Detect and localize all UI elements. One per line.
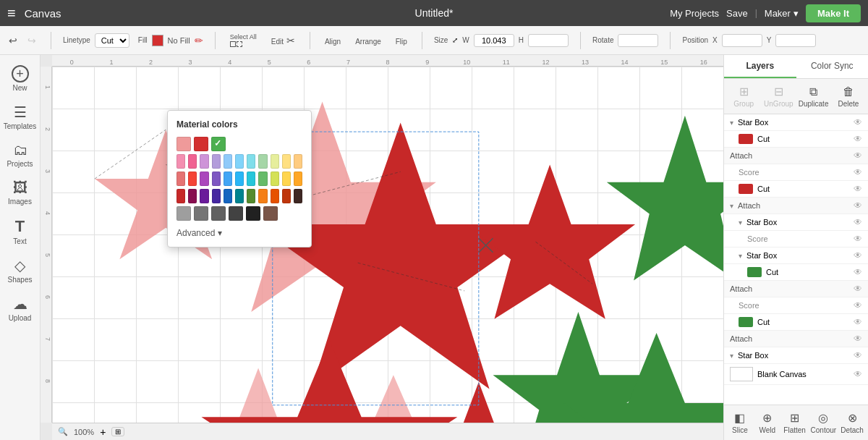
visibility-icon[interactable]: 👁	[854, 117, 862, 127]
visibility-icon[interactable]: 👁	[854, 217, 862, 227]
color-swatch[interactable]	[200, 172, 208, 186]
visibility-icon[interactable]: 👁	[854, 300, 862, 310]
list-item[interactable]: ▾ Attach 👁	[724, 198, 868, 214]
make-it-button[interactable]: Make It	[806, 4, 861, 22]
color-swatch[interactable]	[176, 154, 185, 169]
maker-button[interactable]: Maker ▾	[765, 8, 799, 19]
sidebar-item-upload[interactable]: ☁ Upload	[2, 291, 38, 326]
visibility-icon[interactable]: 👁	[854, 369, 862, 379]
sidebar-item-new[interactable]: + New	[2, 61, 38, 96]
color-swatch[interactable]	[258, 172, 267, 186]
list-item[interactable]: ▾ Star Box 👁	[724, 114, 868, 131]
zoom-in-button[interactable]: +	[100, 426, 106, 438]
color-swatch[interactable]	[271, 189, 279, 203]
color-swatch[interactable]	[247, 154, 255, 169]
fill-color-swatch[interactable]	[152, 35, 163, 46]
color-swatch-selected[interactable]	[211, 137, 226, 151]
visibility-icon[interactable]: 👁	[854, 317, 862, 327]
contour-button[interactable]: ◎ Contour	[809, 408, 838, 437]
color-swatch[interactable]	[247, 172, 255, 186]
list-item[interactable]: Score 👁	[724, 164, 868, 181]
color-swatch[interactable]	[212, 172, 221, 186]
color-swatch[interactable]	[176, 137, 191, 151]
color-swatch[interactable]	[258, 154, 267, 169]
color-swatch[interactable]	[235, 172, 244, 186]
duplicate-button[interactable]: ⧉ Duplicate	[797, 82, 830, 111]
save-button[interactable]: Save	[726, 8, 748, 19]
color-swatch[interactable]	[229, 206, 243, 221]
list-item[interactable]: Cut 👁	[724, 131, 868, 148]
color-swatch[interactable]	[176, 172, 185, 186]
canvas-area[interactable]: 0 1 2 3 4 5 6 7 8 9 10 11 12 13 14 15 16…	[41, 55, 723, 440]
color-swatch[interactable]	[224, 154, 232, 169]
weld-button[interactable]: ⊕ Weld	[754, 408, 780, 437]
x-input[interactable]	[722, 34, 762, 47]
color-swatch[interactable]	[194, 206, 208, 221]
flip-button[interactable]: Flip	[393, 33, 410, 48]
color-swatch[interactable]	[188, 154, 197, 169]
color-swatch[interactable]	[188, 189, 197, 203]
color-swatch[interactable]	[176, 206, 191, 221]
color-swatch[interactable]	[194, 137, 208, 151]
list-item[interactable]: ▾ Star Box 👁	[724, 214, 868, 231]
visibility-icon[interactable]: 👁	[854, 151, 862, 161]
redo-button[interactable]: ↪	[25, 33, 39, 48]
my-projects-button[interactable]: My Projects	[670, 8, 719, 19]
ungroup-button[interactable]: ⊟ UnGroup	[762, 82, 795, 111]
color-swatch[interactable]	[212, 189, 221, 203]
blank-canvas-row[interactable]: Blank Canvas 👁	[724, 364, 868, 385]
color-swatch[interactable]	[294, 189, 302, 203]
list-item[interactable]: Cut 👁	[724, 314, 868, 331]
group-button[interactable]: ⊞ Group	[727, 82, 760, 111]
list-item[interactable]: Score 👁	[724, 297, 868, 314]
list-item[interactable]: ▾ Star Box 👁	[724, 248, 868, 264]
slice-button[interactable]: ◧ Slice	[727, 408, 753, 437]
visibility-icon[interactable]: 👁	[854, 200, 862, 211]
rotate-input[interactable]	[618, 34, 658, 47]
color-swatch[interactable]	[188, 172, 197, 186]
canvas-content[interactable]	[52, 67, 723, 423]
color-swatch[interactable]	[247, 189, 255, 203]
color-swatch[interactable]	[224, 189, 232, 203]
visibility-icon[interactable]: 👁	[854, 250, 862, 261]
color-swatch[interactable]	[282, 154, 291, 169]
detach-button[interactable]: ⊗ Detach	[839, 408, 865, 437]
list-item[interactable]: Attach 👁	[724, 331, 868, 347]
list-item[interactable]: Attach 👁	[724, 148, 868, 164]
color-swatch[interactable]	[235, 154, 244, 169]
zoom-fit-button[interactable]: ⊞	[111, 427, 124, 436]
undo-button[interactable]: ↩	[6, 33, 20, 48]
color-swatch[interactable]	[224, 172, 232, 186]
color-swatch[interactable]	[212, 154, 221, 169]
color-swatch[interactable]	[235, 189, 244, 203]
sidebar-item-shapes[interactable]: ◇ Shapes	[2, 253, 38, 288]
list-item[interactable]: Score 👁	[724, 231, 868, 248]
delete-button[interactable]: 🗑 Delete	[832, 82, 865, 111]
color-swatch[interactable]	[271, 172, 279, 186]
color-swatch[interactable]	[294, 154, 302, 169]
color-swatch[interactable]	[200, 189, 208, 203]
color-swatch[interactable]	[263, 206, 278, 221]
color-swatch[interactable]	[271, 154, 279, 169]
sidebar-item-projects[interactable]: 🗂 Projects	[2, 138, 38, 172]
align-button[interactable]: Align	[322, 33, 344, 48]
linetype-select[interactable]: Cut	[95, 33, 129, 48]
list-item[interactable]: Cut 👁	[724, 264, 868, 281]
height-input[interactable]	[528, 34, 569, 47]
select-all-button[interactable]: Select All	[227, 32, 260, 48]
color-swatch[interactable]	[282, 189, 291, 203]
color-swatch[interactable]	[282, 172, 291, 186]
edit-button[interactable]: Edit ✂	[268, 33, 298, 48]
sidebar-item-images[interactable]: 🖼 Images	[2, 175, 38, 210]
visibility-icon[interactable]: 👁	[854, 134, 862, 144]
list-item[interactable]: ▾ Star Box 👁	[724, 347, 868, 364]
visibility-icon[interactable]: 👁	[854, 284, 862, 294]
visibility-icon[interactable]: 👁	[854, 234, 862, 244]
menu-button[interactable]: ≡	[7, 5, 16, 22]
y-input[interactable]	[775, 34, 816, 47]
visibility-icon[interactable]: 👁	[854, 184, 862, 194]
tab-layers[interactable]: Layers	[724, 55, 796, 78]
color-swatch[interactable]	[294, 172, 302, 186]
color-swatch[interactable]	[176, 189, 185, 203]
visibility-icon[interactable]: 👁	[854, 350, 862, 360]
